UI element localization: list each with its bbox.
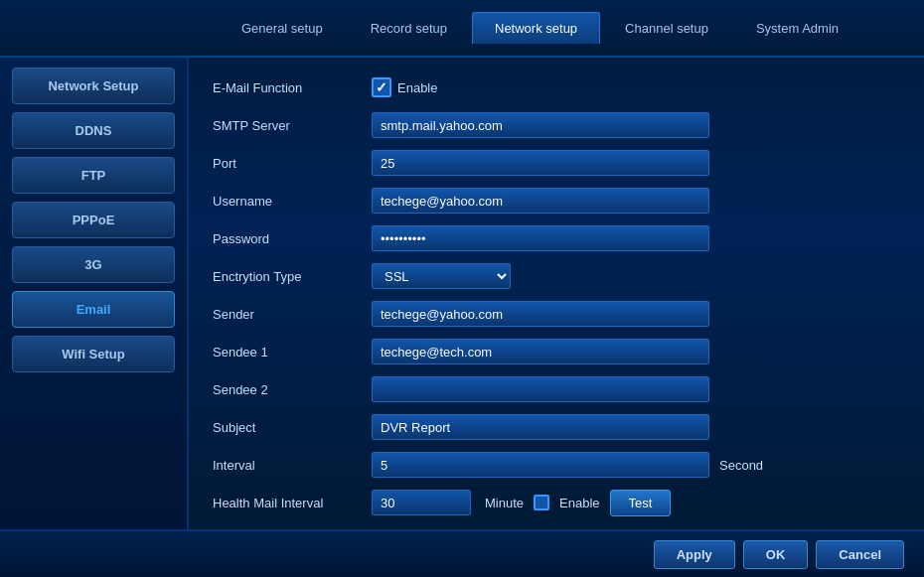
username-label: Username [213,194,372,209]
sendee2-input[interactable] [372,376,709,402]
cancel-button[interactable]: Cancel [816,540,904,569]
username-input[interactable] [372,188,709,214]
test-button[interactable]: Test [610,490,672,516]
sendee1-input[interactable] [372,339,709,364]
smtp-server-input[interactable] [372,112,709,138]
sendee1-label: Sendee 1 [213,345,372,360]
encryption-row: Enctrytion Type None SSL TLS [213,262,900,290]
email-function-label: E-Mail Function [213,80,372,95]
tab-bar: General setup Record setup Network setup… [0,0,924,58]
tab-network[interactable]: Network setup [472,12,600,44]
email-enable-text: Enable [397,80,437,95]
sidebar-item-wifi-setup[interactable]: Wifi Setup [12,336,175,372]
sidebar: Network Setup DDNS FTP PPPoE 3G Email Wi… [0,58,189,529]
sendee1-row: Sendee 1 [213,338,900,365]
encryption-select[interactable]: None SSL TLS [372,263,511,289]
interval-input[interactable] [372,452,709,478]
sender-label: Sender [213,307,372,322]
password-input[interactable] [372,225,709,251]
port-row: Port [213,149,900,177]
hmi-row: Health Mail Interval Minute Enable Test [213,489,900,516]
tab-channel[interactable]: Channel setup [602,12,731,45]
sidebar-item-email[interactable]: Email [12,291,175,328]
hmi-controls: Minute Enable Test [372,490,671,516]
hmi-unit: Minute [485,496,524,510]
port-input[interactable] [372,150,709,176]
password-row: Password [213,224,900,252]
smtp-server-row: SMTP Server [213,111,900,139]
port-label: Port [213,156,372,171]
content-area: E-Mail Function Enable SMTP Server Port … [189,58,924,529]
bottom-bar: Apply OK Cancel [0,529,924,577]
sidebar-item-ddns[interactable]: DDNS [12,112,175,149]
hmi-enable-text: Enable [559,496,599,510]
interval-row: Interval Second [213,451,900,479]
sidebar-item-pppoe[interactable]: PPPoE [12,202,175,238]
interval-label: Interval [213,458,372,473]
sendee2-row: Sendee 2 [213,375,900,403]
smtp-server-label: SMTP Server [213,118,372,133]
hmi-enable-checkbox[interactable] [534,495,549,510]
subject-label: Subject [213,420,372,435]
sender-input[interactable] [372,301,709,327]
subject-row: Subject [213,413,900,441]
hmi-input[interactable] [372,490,471,515]
sidebar-item-network-setup[interactable]: Network Setup [12,68,175,104]
sidebar-item-ftp[interactable]: FTP [12,157,175,194]
ok-button[interactable]: OK [743,540,809,569]
email-enable-checkbox[interactable] [372,77,391,97]
interval-unit: Second [719,458,763,473]
password-label: Password [213,231,372,246]
hmi-label: Health Mail Interval [213,496,372,510]
main-layout: Network Setup DDNS FTP PPPoE 3G Email Wi… [0,58,924,529]
username-row: Username [213,187,900,215]
tab-record[interactable]: Record setup [348,12,470,45]
tab-sysadmin[interactable]: System Admin [733,12,861,45]
sender-row: Sender [213,300,900,328]
sendee2-label: Sendee 2 [213,382,372,397]
apply-button[interactable]: Apply [654,540,735,569]
subject-input[interactable] [372,414,709,440]
sidebar-item-3g[interactable]: 3G [12,246,175,283]
email-function-row: E-Mail Function Enable [213,73,900,101]
tab-general[interactable]: General setup [219,12,346,45]
encryption-label: Enctrytion Type [213,269,372,284]
email-enable-area: Enable [372,77,437,97]
